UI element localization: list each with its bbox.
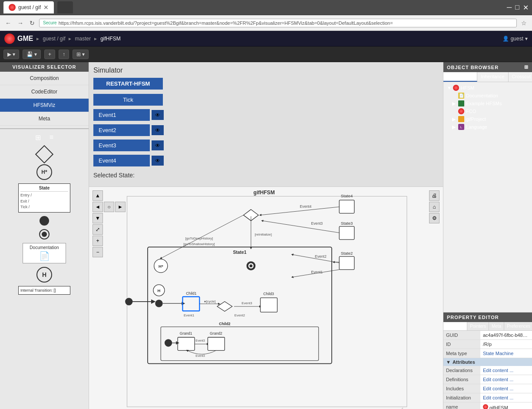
list-view-toggle[interactable]: ≡ bbox=[50, 133, 53, 142]
visualizer-item-hfsmviz[interactable]: HFSMViz bbox=[0, 99, 89, 112]
nav-left-button[interactable]: ◄ bbox=[93, 202, 103, 212]
bookmark-button[interactable]: ☆ bbox=[519, 19, 529, 27]
palette-internal-transition[interactable]: Internal Transition: [] bbox=[18, 286, 70, 295]
browser-tab[interactable]: guest / gif ✕ bbox=[3, 1, 54, 13]
user-menu[interactable]: 👤 guest ▾ bbox=[502, 36, 528, 42]
event1-eye-button[interactable] bbox=[152, 110, 164, 120]
event4-row: Event4 bbox=[93, 155, 164, 166]
declarations-value[interactable]: Edit content ... bbox=[480, 366, 532, 375]
includes-value[interactable]: Edit content ... bbox=[480, 384, 532, 393]
up-button[interactable]: ↑ bbox=[59, 50, 69, 59]
ob-item-fco[interactable]: FCO bbox=[445, 107, 530, 115]
event2-eye-button[interactable] bbox=[152, 125, 164, 135]
ob-expand-gif[interactable]: ▶ bbox=[452, 116, 456, 122]
ob-item-example-hfsms[interactable]: ▶ Example HFSMs bbox=[445, 100, 530, 107]
event1-button[interactable]: Event1 bbox=[93, 109, 150, 121]
ob-item-gif-project[interactable]: ▶ gifProject bbox=[445, 115, 530, 123]
nav-up-button[interactable]: ▲ bbox=[93, 190, 103, 201]
browser-chrome: guest / gif ✕ ─ □ ✕ bbox=[0, 0, 532, 15]
ob-expand-examples[interactable]: ▶ bbox=[452, 101, 456, 106]
new-tab-button[interactable] bbox=[57, 1, 73, 13]
definitions-value[interactable]: Edit content ... bbox=[480, 375, 532, 384]
play-button[interactable]: ▶ ▾ bbox=[3, 50, 19, 59]
palette-history-shallow-node[interactable]: H bbox=[36, 267, 52, 283]
zoom-out-button[interactable]: − bbox=[93, 247, 103, 257]
doc-label: Documentation bbox=[30, 245, 59, 250]
palette-initial-state[interactable] bbox=[40, 216, 49, 226]
ob-expand-lang[interactable]: ▶ bbox=[452, 124, 456, 130]
tab-close-button[interactable]: ✕ bbox=[43, 4, 49, 11]
breadcrumb-branch[interactable]: master bbox=[75, 36, 91, 42]
event3-button[interactable]: Event3 bbox=[93, 140, 150, 151]
state3-label: State3 bbox=[341, 221, 353, 226]
ob-item-documentation[interactable]: 📄 Documentation bbox=[445, 92, 530, 100]
prop-tab-meta[interactable]: Meta bbox=[489, 322, 504, 330]
initialization-value[interactable]: Edit content ... bbox=[480, 393, 532, 402]
maximize-window-button[interactable]: □ bbox=[515, 3, 519, 12]
palette-documentation-node[interactable]: Documentation 📄 bbox=[23, 243, 66, 263]
prop-tab-attributes[interactable]: Attributes bbox=[443, 322, 467, 330]
back-button[interactable]: ← bbox=[3, 19, 13, 27]
prop-row-id: ID /R/p bbox=[443, 340, 532, 349]
ob-tab-composition[interactable]: Composition bbox=[443, 72, 477, 82]
event2-button[interactable]: Event2 bbox=[93, 124, 150, 136]
nav-right-button[interactable]: ► bbox=[115, 202, 126, 212]
home-button[interactable]: ⌂ bbox=[429, 202, 439, 212]
visualizer-item-codeeditor[interactable]: CodeEditor bbox=[0, 85, 89, 99]
meta-type-value[interactable]: State Machine bbox=[480, 349, 532, 358]
event3-label-top: Event3 bbox=[311, 221, 323, 226]
grand1-initial-dot bbox=[165, 339, 172, 346]
attributes-section-header[interactable]: ▼ Attributes bbox=[443, 358, 532, 366]
prop-tab-pointers[interactable]: Pointers bbox=[467, 322, 489, 330]
nav-center-button[interactable]: ○ bbox=[104, 202, 114, 212]
event4-button[interactable]: Event4 bbox=[93, 155, 150, 166]
filter-icon[interactable]: ⊞ bbox=[524, 64, 529, 70]
guid-key: GUID bbox=[443, 331, 480, 339]
ob-item-hfsm[interactable]: ▼ HFSM bbox=[445, 84, 530, 92]
restart-hfsm-button[interactable]: RESTART-HFSM bbox=[93, 78, 163, 90]
close-window-button[interactable]: ✕ bbox=[523, 3, 529, 12]
object-browser-tree: ▼ HFSM 📄 Documentation ▶ Example HFSMs F… bbox=[443, 82, 532, 312]
event1-inner-label: Event1 bbox=[184, 313, 194, 317]
print-button[interactable]: 🖨 bbox=[429, 190, 439, 201]
ob-expand-hfsm[interactable]: ▼ bbox=[447, 85, 451, 90]
state4-label: State4 bbox=[341, 193, 353, 198]
hfsm-diagram[interactable]: gifHFSM State4 State3 State2 Event4 bbox=[89, 187, 443, 409]
layout-button[interactable]: ⊞ ▾ bbox=[73, 50, 89, 59]
state1-box bbox=[148, 247, 332, 363]
ob-tab-crosscut[interactable]: Crosscut bbox=[509, 72, 532, 82]
palette-state-node[interactable]: State Entry / Exit / Tick / bbox=[18, 183, 70, 213]
breadcrumb-node[interactable]: gifHFSM bbox=[100, 36, 121, 42]
visualizer-item-composition[interactable]: Composition bbox=[0, 72, 89, 85]
canvas-area[interactable]: 🖨 ⌂ ⚙ ▲ ◄ ○ ► ▼ ⤢ + − gifHFSM bbox=[89, 187, 443, 409]
breadcrumb-sep-2: ▸ bbox=[69, 36, 71, 42]
nav-down-button[interactable]: ▼ bbox=[93, 213, 103, 223]
minimize-window-button[interactable]: ─ bbox=[507, 3, 512, 12]
palette-final-state[interactable] bbox=[39, 229, 50, 239]
visualizer-item-meta[interactable]: Meta bbox=[0, 112, 89, 126]
event3-eye-button[interactable] bbox=[152, 140, 164, 150]
guid-value: ac4a497f-6fbc-b48e-1... bbox=[480, 331, 532, 339]
grand1-box bbox=[178, 337, 195, 350]
palette-decision-node[interactable] bbox=[38, 148, 51, 161]
prop-tab-preferences[interactable]: Preferences bbox=[504, 322, 532, 330]
address-bar[interactable]: Secure https://hfsm.rcps.isis.vanderbilt… bbox=[39, 19, 517, 27]
ob-tab-inheritance[interactable]: Inheritance bbox=[477, 72, 508, 82]
ob-item-language[interactable]: ▶ L Language bbox=[445, 123, 530, 131]
property-table: GUID ac4a497f-6fbc-b48e-1... ID /R/p Met… bbox=[443, 331, 532, 409]
save-button[interactable]: 💾 ▾ bbox=[23, 50, 41, 59]
tick-button[interactable]: Tick bbox=[93, 94, 163, 106]
forward-button[interactable]: → bbox=[16, 19, 25, 27]
zoom-in-button[interactable]: + bbox=[93, 236, 103, 246]
breadcrumb-project[interactable]: guest / gif bbox=[43, 36, 65, 42]
collapse-icon: ▼ bbox=[446, 359, 451, 365]
settings-button[interactable]: ⚙ bbox=[429, 213, 439, 223]
fit-screen-button[interactable]: ⤢ bbox=[93, 224, 103, 235]
refresh-button[interactable]: ↻ bbox=[28, 19, 36, 27]
grid-view-toggle[interactable]: ⊞ bbox=[35, 133, 41, 142]
add-button[interactable]: + bbox=[44, 50, 55, 59]
event4-eye-button[interactable] bbox=[152, 156, 164, 166]
attributes-section-label: Attributes bbox=[453, 359, 475, 365]
palette-history-deep-node[interactable]: H* bbox=[36, 164, 52, 180]
decision-shape bbox=[35, 145, 53, 163]
